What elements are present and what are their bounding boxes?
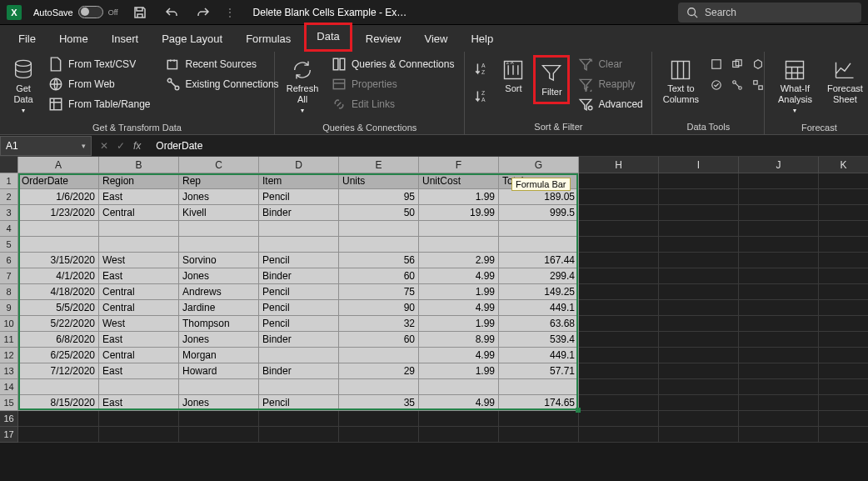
cell[interactable]: East (99, 395, 179, 411)
cell[interactable] (579, 173, 659, 189)
undo-icon[interactable] (162, 3, 182, 23)
cell[interactable] (819, 268, 868, 284)
cell[interactable] (499, 221, 579, 237)
cell[interactable]: 8/15/2020 (18, 395, 99, 411)
get-data-button[interactable]: Get Data ▾ (7, 55, 40, 119)
tab-review[interactable]: Review (356, 28, 412, 52)
cell[interactable] (819, 221, 868, 237)
refresh-all-button[interactable]: Refresh All ▾ (282, 55, 323, 119)
cell[interactable]: UnitCost (419, 173, 499, 189)
cell[interactable] (179, 411, 259, 427)
cell[interactable]: West (99, 253, 179, 268)
row-header-16[interactable]: 16 (0, 411, 18, 427)
row-header-8[interactable]: 8 (0, 284, 18, 300)
cell[interactable] (659, 189, 739, 205)
cell[interactable]: Item (259, 173, 339, 189)
cell[interactable]: 539.4 (499, 332, 579, 348)
cell[interactable] (659, 379, 739, 395)
cell[interactable]: 2.99 (419, 253, 499, 268)
cell[interactable] (659, 363, 739, 379)
cell[interactable]: Kivell (179, 205, 259, 221)
cell[interactable]: 1.99 (419, 316, 499, 332)
cell[interactable]: 174.65 (499, 395, 579, 411)
cell[interactable] (739, 363, 819, 379)
cell[interactable]: Andrews (179, 284, 259, 300)
column-header-H[interactable]: H (579, 157, 659, 173)
cell[interactable] (579, 348, 659, 363)
tab-view[interactable]: View (414, 28, 457, 52)
cell[interactable]: 7/12/2020 (18, 363, 99, 379)
cell[interactable] (659, 300, 739, 316)
cell[interactable]: East (99, 189, 179, 205)
cell[interactable] (259, 348, 339, 363)
cell[interactable]: 1.99 (419, 284, 499, 300)
cell[interactable] (339, 348, 419, 363)
row-header-7[interactable]: 7 (0, 268, 18, 284)
cell[interactable] (579, 284, 659, 300)
cell[interactable] (739, 268, 819, 284)
cell[interactable] (179, 221, 259, 237)
tab-file[interactable]: File (8, 28, 46, 52)
cell[interactable]: Binder (259, 363, 339, 379)
select-all-corner[interactable] (0, 157, 18, 173)
fill-handle[interactable] (576, 408, 581, 413)
cell[interactable]: OrderDate (18, 173, 99, 189)
cell[interactable] (739, 427, 819, 443)
tab-page-layout[interactable]: Page Layout (152, 28, 232, 52)
cell[interactable] (259, 237, 339, 253)
cell[interactable] (579, 189, 659, 205)
cell[interactable]: Rep (179, 173, 259, 189)
cell[interactable] (499, 379, 579, 395)
row-header-13[interactable]: 13 (0, 363, 18, 379)
cell[interactable]: 60 (339, 332, 419, 348)
cell[interactable] (739, 253, 819, 268)
cell[interactable] (419, 427, 499, 443)
queries-connections-button[interactable]: Queries & Connections (328, 55, 457, 73)
cell[interactable] (99, 427, 179, 443)
cell[interactable] (419, 411, 499, 427)
cell[interactable]: 299.4 (499, 268, 579, 284)
cell[interactable]: East (99, 268, 179, 284)
cell[interactable] (18, 379, 99, 395)
cell[interactable] (819, 284, 868, 300)
existing-connections-button[interactable]: Existing Connections (162, 75, 282, 93)
advanced-filter-button[interactable]: Advanced (575, 95, 646, 113)
cell[interactable]: Pencil (259, 284, 339, 300)
sort-za-button[interactable]: ZA (471, 87, 493, 105)
cell[interactable] (739, 316, 819, 332)
cell[interactable] (579, 332, 659, 348)
cell[interactable]: Pencil (259, 316, 339, 332)
cell[interactable] (659, 284, 739, 300)
cell[interactable]: Central (99, 205, 179, 221)
cell[interactable] (499, 411, 579, 427)
cell[interactable]: 4.99 (419, 348, 499, 363)
cell[interactable] (579, 379, 659, 395)
column-header-K[interactable]: K (819, 157, 868, 173)
cell[interactable] (579, 395, 659, 411)
sort-az-button[interactable]: AZ (471, 59, 493, 78)
cell[interactable]: 60 (339, 268, 419, 284)
cell[interactable]: Jones (179, 268, 259, 284)
cell[interactable] (819, 332, 868, 348)
cell[interactable] (339, 221, 419, 237)
cell[interactable] (739, 221, 819, 237)
row-header-4[interactable]: 4 (0, 221, 18, 237)
row-header-17[interactable]: 17 (0, 427, 18, 443)
cell[interactable] (659, 237, 739, 253)
cell[interactable] (499, 427, 579, 443)
cell[interactable]: Pencil (259, 300, 339, 316)
cell[interactable]: Central (99, 300, 179, 316)
cell[interactable]: Region (99, 173, 179, 189)
filter-button[interactable]: Filter (536, 58, 566, 101)
cell[interactable] (819, 205, 868, 221)
cell[interactable] (579, 237, 659, 253)
cell[interactable] (339, 411, 419, 427)
data-validation-button[interactable] (707, 76, 726, 94)
cell[interactable]: 63.68 (499, 316, 579, 332)
recent-sources-button[interactable]: Recent Sources (162, 55, 282, 73)
cell[interactable] (659, 173, 739, 189)
cell[interactable]: 449.1 (499, 348, 579, 363)
cell[interactable]: Pencil (259, 189, 339, 205)
cell[interactable] (18, 411, 99, 427)
cell[interactable]: 6/25/2020 (18, 348, 99, 363)
